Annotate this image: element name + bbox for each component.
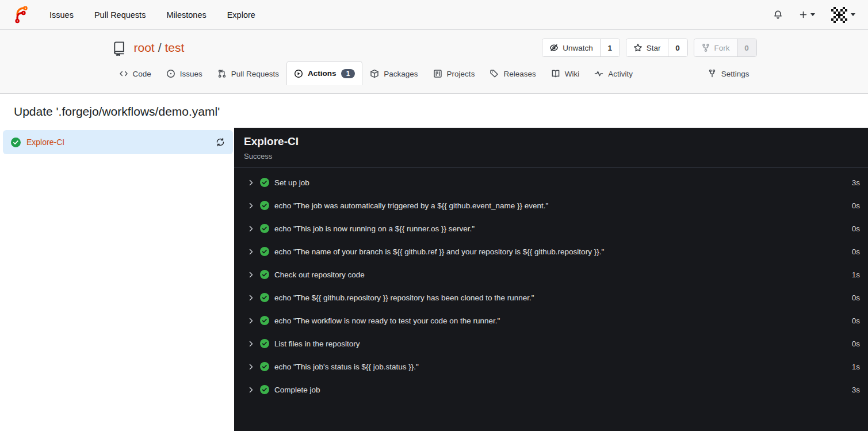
star-count[interactable]: 0: [668, 39, 687, 56]
job-panel-header: Explore-CI Success: [234, 128, 868, 167]
user-menu[interactable]: [831, 7, 855, 23]
package-icon: [370, 69, 379, 78]
repo-separator: /: [158, 41, 162, 55]
job-step-row[interactable]: List files in the repository0s: [234, 332, 868, 355]
tab-packages[interactable]: Packages: [362, 62, 425, 85]
unwatch-count[interactable]: 1: [600, 39, 620, 56]
check-circle-icon: [260, 201, 269, 210]
tab-issues[interactable]: Issues: [159, 62, 210, 85]
tab-code[interactable]: Code: [112, 62, 159, 85]
workflow-run-title: Update '.forgejo/workflows/demo.yaml': [0, 94, 868, 128]
repo-name-link[interactable]: test: [165, 41, 185, 55]
project-icon: [433, 69, 442, 78]
nav-link-explore[interactable]: Explore: [227, 10, 255, 20]
tab-count-badge: 1: [341, 69, 355, 78]
tab-label: Pull Requests: [231, 70, 279, 78]
star-icon: [633, 43, 643, 52]
repo-breadcrumb: root / test: [134, 41, 185, 55]
tab-activity[interactable]: Activity: [587, 62, 640, 85]
unwatch-button[interactable]: Unwatch: [542, 39, 600, 56]
navbar-links: IssuesPull RequestsMilestonesExplore: [49, 10, 255, 20]
star-button-label: Star: [647, 44, 661, 52]
step-duration: 3s: [852, 178, 860, 187]
tab-pull-requests[interactable]: Pull Requests: [210, 62, 286, 85]
star-button[interactable]: Star: [626, 39, 668, 56]
pulse-icon: [594, 69, 603, 78]
job-step-row[interactable]: echo "The job was automatically triggere…: [234, 194, 868, 217]
eye-slash-icon: [549, 43, 559, 52]
job-step-row[interactable]: echo "This job's status is ${{ job.statu…: [234, 355, 868, 378]
chevron-right-icon: [247, 386, 255, 394]
check-circle-icon: [260, 247, 269, 256]
repo-tabs: CodeIssuesPull RequestsActions1PackagesP…: [112, 60, 757, 85]
chevron-right-icon: [247, 317, 255, 325]
step-duration: 0s: [852, 316, 860, 325]
user-avatar: [831, 7, 847, 23]
notifications-bell-icon[interactable]: [773, 10, 783, 20]
job-item-label: Explore-CI: [26, 138, 64, 147]
job-step-row[interactable]: Set up job3s: [234, 171, 868, 194]
tag-icon: [490, 69, 499, 78]
step-name: Complete job: [274, 386, 320, 394]
refresh-icon[interactable]: [216, 138, 225, 147]
repo-action-buttons: Unwatch1Star0Fork0: [542, 39, 756, 57]
job-step-row[interactable]: echo "The name of your branch is ${{ git…: [234, 240, 868, 263]
chevron-right-icon: [247, 294, 255, 302]
job-panel-title: Explore-CI: [244, 135, 858, 148]
tab-wiki[interactable]: Wiki: [544, 62, 587, 85]
chevron-right-icon: [247, 340, 255, 348]
unwatch-button-group: Unwatch1: [542, 39, 620, 57]
check-circle-icon: [260, 362, 269, 371]
fork-button-label: Fork: [714, 44, 730, 52]
step-duration: 0s: [852, 293, 860, 302]
step-name: Set up job: [274, 178, 309, 187]
chevron-right-icon: [247, 363, 255, 371]
forgejo-logo-icon[interactable]: [13, 6, 30, 24]
step-name: List files in the repository: [274, 340, 360, 348]
chevron-right-icon: [247, 248, 255, 255]
job-step-row[interactable]: Check out repository code1s: [234, 263, 868, 286]
step-name: echo "The ${{ github.repository }} repos…: [274, 293, 534, 302]
chevron-down-icon: [851, 13, 855, 16]
step-name: echo "This job's status is ${{ job.statu…: [274, 363, 419, 371]
step-name: echo "The job was automatically triggere…: [274, 201, 548, 210]
job-step-row[interactable]: echo "This job is now running on a ${{ r…: [234, 217, 868, 240]
job-success-icon: [11, 138, 21, 147]
check-circle-icon: [260, 316, 269, 325]
play-icon: [294, 69, 303, 78]
fork-count[interactable]: 0: [737, 39, 756, 56]
book-icon: [551, 69, 560, 78]
job-list-item-explore-ci[interactable]: Explore-CI: [3, 130, 233, 154]
nav-link-milestones[interactable]: Milestones: [166, 10, 206, 20]
job-step-row[interactable]: echo "The workflow is now ready to test …: [234, 309, 868, 332]
create-new-button[interactable]: [799, 10, 815, 19]
navbar-right: [773, 7, 855, 23]
step-name: Check out repository code: [274, 270, 365, 279]
job-step-row[interactable]: echo "The ${{ github.repository }} repos…: [234, 286, 868, 309]
chevron-right-icon: [247, 202, 255, 209]
fork-button[interactable]: Fork: [694, 39, 737, 56]
unwatch-button-label: Unwatch: [563, 44, 593, 52]
issue-icon: [166, 69, 175, 78]
repo-owner-link[interactable]: root: [134, 41, 155, 55]
job-step-row[interactable]: Complete job3s: [234, 378, 868, 401]
tab-label: Releases: [503, 70, 536, 78]
jobs-sidebar: Explore-CI: [0, 128, 234, 431]
tab-projects[interactable]: Projects: [426, 62, 483, 85]
tab-releases[interactable]: Releases: [482, 62, 543, 85]
fork-button-group: Fork0: [694, 39, 757, 57]
step-name: echo "This job is now running on a ${{ r…: [274, 224, 475, 233]
job-steps-list: Set up job3secho "The job was automatica…: [234, 167, 868, 401]
top-navbar: IssuesPull RequestsMilestonesExplore: [0, 0, 868, 30]
tab-actions[interactable]: Actions1: [286, 61, 362, 85]
nav-link-issues[interactable]: Issues: [49, 10, 74, 20]
tab-label: Settings: [721, 70, 750, 78]
check-circle-icon: [260, 339, 269, 348]
code-icon: [119, 69, 128, 78]
check-circle-icon: [260, 385, 269, 394]
tab-settings[interactable]: Settings: [700, 62, 757, 85]
step-duration: 0s: [852, 247, 860, 256]
job-log-panel: Explore-CI Success Set up job3secho "The…: [234, 128, 868, 431]
nav-link-pull-requests[interactable]: Pull Requests: [94, 10, 146, 20]
check-circle-icon: [260, 293, 269, 302]
